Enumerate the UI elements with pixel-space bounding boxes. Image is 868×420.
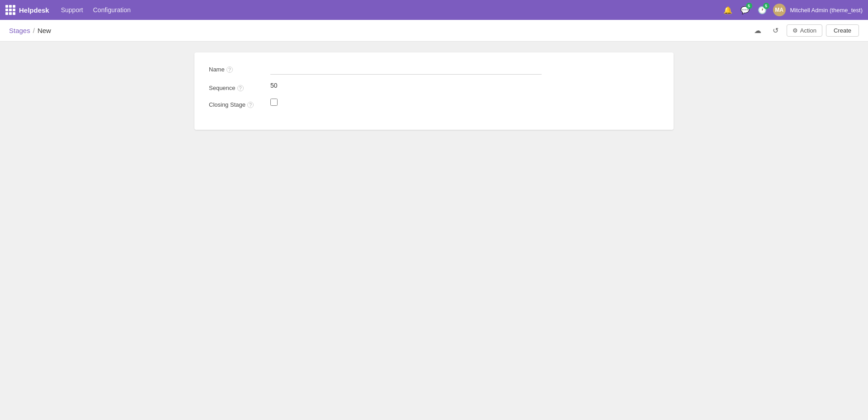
breadcrumb-bar: Stages / New ☁ ↺ ⚙ Action Create <box>0 20 868 42</box>
sequence-row: Sequence ? 50 <box>209 82 659 91</box>
name-input[interactable] <box>270 63 542 75</box>
activity-button[interactable]: 🕐 5 <box>756 4 769 16</box>
grid-icon[interactable] <box>5 5 15 15</box>
sequence-value[interactable]: 50 <box>270 82 278 89</box>
name-row: Name ? <box>209 63 659 75</box>
app-logo[interactable]: Helpdesk <box>5 5 53 15</box>
breadcrumb-current: New <box>38 27 51 34</box>
refresh-button[interactable]: ↺ <box>769 24 783 38</box>
notification-bell-button[interactable]: 🔔 <box>722 4 734 16</box>
closing-stage-checkbox[interactable] <box>270 99 278 106</box>
app-name[interactable]: Helpdesk <box>19 6 49 14</box>
activity-badge: 5 <box>763 3 769 9</box>
gear-icon: ⚙ <box>793 27 798 34</box>
main-content: Name ? Sequence ? 50 Closing Stage ? <box>0 42 868 141</box>
breadcrumb-parent[interactable]: Stages <box>9 27 30 34</box>
form-card: Name ? Sequence ? 50 Closing Stage ? <box>194 52 674 130</box>
action-button-label: Action <box>800 27 816 34</box>
breadcrumb-separator: / <box>33 27 35 34</box>
toolbar: ☁ ↺ ⚙ Action Create <box>750 24 859 38</box>
chat-button[interactable]: 💬 5 <box>739 4 751 16</box>
sequence-label: Sequence ? <box>209 82 263 91</box>
cloud-icon: ☁ <box>754 26 761 35</box>
topbar-nav: Support Configuration <box>57 5 135 15</box>
bell-icon: 🔔 <box>723 6 732 14</box>
action-button[interactable]: ⚙ Action <box>787 24 822 37</box>
breadcrumb: Stages / New <box>9 27 51 34</box>
name-input-wrapper <box>270 63 542 75</box>
create-button[interactable]: Create <box>826 24 859 37</box>
topbar-right: 🔔 💬 5 🕐 5 MA Mitchell Admin (theme_test) <box>722 4 863 16</box>
closing-stage-checkbox-wrapper <box>270 99 278 108</box>
cloud-save-button[interactable]: ☁ <box>750 24 765 38</box>
nav-configuration[interactable]: Configuration <box>89 5 135 15</box>
closing-stage-row: Closing Stage ? <box>209 99 659 108</box>
closing-stage-help-icon[interactable]: ? <box>247 102 254 108</box>
nav-support[interactable]: Support <box>57 5 88 15</box>
username[interactable]: Mitchell Admin (theme_test) <box>790 7 863 14</box>
name-help-icon[interactable]: ? <box>226 66 233 73</box>
name-label: Name ? <box>209 63 263 73</box>
closing-stage-label: Closing Stage ? <box>209 99 263 108</box>
chat-badge: 5 <box>746 3 752 9</box>
topbar: Helpdesk Support Configuration 🔔 💬 5 🕐 5… <box>0 0 868 20</box>
sequence-help-icon[interactable]: ? <box>237 85 244 91</box>
avatar[interactable]: MA <box>773 4 786 16</box>
refresh-icon: ↺ <box>773 26 778 35</box>
